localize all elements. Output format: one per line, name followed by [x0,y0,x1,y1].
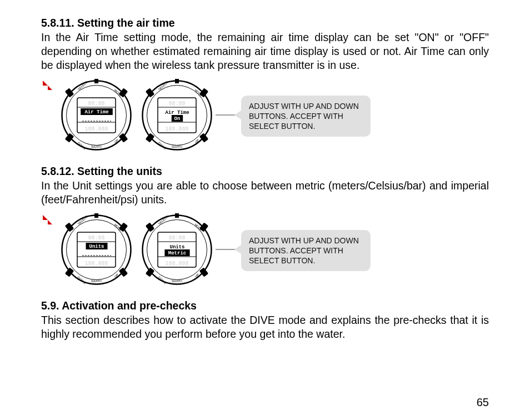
para-units: In the Unit settings you are able to cho… [41,179,489,207]
svg-text:88:88: 88:88 [168,235,185,241]
svg-rect-7 [94,79,98,83]
page-number: 65 [477,396,489,409]
arrow-icon [41,213,53,226]
para-activation: This section describes how to activate t… [41,313,489,341]
svg-marker-41 [43,215,52,224]
svg-text:On: On [174,116,181,122]
svg-rect-68 [175,213,179,218]
svg-rect-48 [94,213,98,218]
svg-text:88:88: 88:88 [88,235,104,241]
svg-text:188.888: 188.888 [165,261,188,267]
watch-units-2: SELECT MODE DOWN UP SUUNTO 88:88 188.888… [139,212,214,287]
figure-row-units: SELECT MODE DOWN UP SUUNTO 88:88 188.888… [41,212,489,287]
section-units: 5.8.12. Setting the units In the Unit se… [41,165,489,287]
callout-units: ADJUST WITH UP AND DOWN BUTTONS. ACCEPT … [241,230,371,272]
callout-air-time: ADJUST WITH UP AND DOWN BUTTONS. ACCEPT … [241,96,371,137]
svg-text:88:88: 88:88 [88,101,104,107]
arrow-icon [41,79,53,91]
svg-text:188.888: 188.888 [84,126,108,132]
svg-text:SUUNTO: SUUNTO [172,146,182,148]
section-air-time: 5.8.11. Setting the air time In the Air … [41,17,489,153]
svg-text:SUUNTO: SUUNTO [91,280,102,283]
section-activation: 5.9. Activation and pre-checks This sect… [41,299,489,341]
svg-text:Air Time: Air Time [84,109,108,115]
figure-row-air-time: SELECT MODE DOWN UP SUUNTO 88:88 188.888… [41,78,489,153]
heading-activation: 5.9. Activation and pre-checks [41,299,489,312]
svg-text:Metric: Metric [168,251,186,256]
svg-text:Air Time: Air Time [165,110,189,116]
svg-marker-0 [43,81,52,90]
heading-air-time: 5.8.11. Setting the air time [41,17,489,29]
para-air-time: In the Air Time setting mode, the remain… [41,31,489,72]
watch-air-time-2: SELECT MODE DOWN UP SUUNTO 88:88 188.888… [139,78,214,153]
svg-text:Units: Units [169,244,184,250]
watch-units-1: SELECT MODE DOWN UP SUUNTO 88:88 188.888… [59,212,134,287]
svg-text:88:88: 88:88 [168,101,185,107]
watch-air-time-1: SELECT MODE DOWN UP SUUNTO 88:88 188.888… [59,78,134,153]
svg-rect-27 [175,79,179,83]
svg-text:188.888: 188.888 [165,126,188,132]
watch-pair: SELECT MODE DOWN UP SUUNTO 88:88 188.888… [59,78,214,153]
watch-pair: SELECT MODE DOWN UP SUUNTO 88:88 188.888… [59,212,214,287]
heading-units: 5.8.12. Setting the units [41,165,489,178]
svg-text:SUUNTO: SUUNTO [172,280,182,283]
svg-text:188.888: 188.888 [84,261,108,267]
svg-text:Units: Units [89,244,104,249]
svg-text:SUUNTO: SUUNTO [91,146,102,148]
